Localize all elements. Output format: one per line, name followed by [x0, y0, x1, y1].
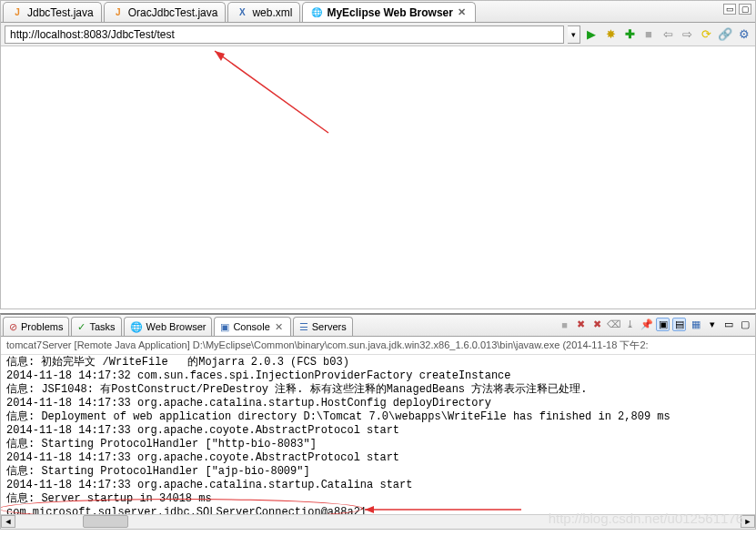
clear-icon[interactable]: ⌫ — [607, 318, 620, 331]
debug-icon[interactable]: ✸ — [603, 27, 618, 42]
minimize-button[interactable]: ▭ — [721, 318, 735, 331]
svg-line-0 — [215, 51, 328, 133]
remove-all-icon[interactable]: ✖ — [574, 318, 588, 331]
annotation-arrow-1 — [55, 46, 374, 147]
annotation-arrow-2 — [358, 499, 539, 514]
tasks-icon: ✓ — [77, 321, 86, 333]
url-dropdown-button[interactable]: ▾ — [568, 25, 580, 44]
browser-toolbar: ▶ ✸ ✚ ■ ⇦ ⇨ ⟳ 🔗 ⚙ — [584, 27, 751, 42]
tab-label: JdbcTest.java — [27, 6, 94, 19]
tab-label: Servers — [312, 321, 347, 332]
console-output[interactable]: 信息: 初始完毕文 /WriteFile 的Mojarra 2.0.3 (FCS… — [1, 355, 755, 514]
editor-area: J JdbcTest.java J OracJdbcTest.java X we… — [0, 0, 756, 309]
scroll-left-button[interactable]: ◄ — [1, 515, 15, 528]
refresh-icon[interactable]: ⟳ — [699, 27, 713, 42]
maximize-button[interactable]: ▢ — [738, 318, 751, 331]
remove-icon[interactable]: ✖ — [590, 318, 604, 331]
show-console-icon[interactable]: ▣ — [656, 318, 670, 331]
browser-content — [1, 46, 755, 308]
editor-window-controls: ▭ ▢ — [723, 4, 751, 15]
maximize-button[interactable]: ▢ — [739, 4, 751, 15]
xml-file-icon: X — [236, 6, 248, 19]
tab-web-browser-bottom[interactable]: 🌐 Web Browser — [124, 317, 213, 336]
console-line: 2014-11-18 14:17:32 com.sun.faces.spi.In… — [6, 369, 511, 382]
tab-oracjdbctest-java[interactable]: J OracJdbcTest.java — [104, 2, 227, 22]
horizontal-scrollbar[interactable]: ◄ ► — [1, 514, 755, 529]
console-line: 信息: Server startup in 34018 ms — [6, 492, 212, 505]
tab-jdbctest-java[interactable]: J JdbcTest.java — [3, 2, 102, 22]
problems-icon: ⊘ — [9, 321, 17, 333]
tab-label: Problems — [21, 321, 63, 332]
console-line: 信息: Starting ProtocolHandler ["http-bio-… — [6, 438, 317, 450]
tab-console[interactable]: ▣ Console ✕ — [214, 317, 290, 336]
settings-icon[interactable]: ⚙ — [737, 27, 751, 42]
console-line: 信息: 初始完毕文 /WriteFile 的Mojarra 2.0.3 (FCS… — [6, 356, 349, 369]
back-icon[interactable]: ⇦ — [660, 27, 675, 42]
java-file-icon: J — [112, 6, 125, 19]
scroll-thumb[interactable] — [83, 515, 128, 528]
console-icon: ▣ — [220, 321, 229, 333]
tab-label: Web Browser — [146, 321, 207, 332]
servers-icon: ☰ — [299, 321, 308, 333]
tab-web-xml[interactable]: X web.xml — [227, 2, 300, 22]
url-bar: ▾ ▶ ✸ ✚ ■ ⇦ ⇨ ⟳ 🔗 ⚙ — [1, 23, 755, 46]
tab-servers[interactable]: ☰ Servers — [293, 317, 353, 336]
bottom-tab-bar: ⊘ Problems ✓ Tasks 🌐 Web Browser ▣ Conso… — [1, 315, 755, 337]
console-line: 2014-11-18 14:17:33 org.apache.coyote.Ab… — [6, 451, 399, 464]
scroll-lock-icon[interactable]: ⤓ — [623, 318, 637, 331]
console-line: 2014-11-18 14:17:33 org.apache.coyote.Ab… — [6, 424, 399, 437]
close-icon[interactable]: ✕ — [457, 7, 468, 18]
svg-marker-1 — [215, 51, 225, 61]
dropdown-icon[interactable]: ▾ — [705, 318, 719, 331]
tab-web-browser[interactable]: 🌐 MyEclipse Web Browser ✕ — [302, 2, 476, 22]
url-input[interactable] — [5, 25, 564, 44]
globe-icon: 🌐 — [310, 6, 323, 19]
forward-icon[interactable]: ⇨ — [680, 27, 694, 42]
tab-label: MyEclipse Web Browser — [327, 6, 453, 19]
close-icon[interactable]: ✕ — [274, 321, 285, 332]
minimize-button[interactable]: ▭ — [723, 4, 736, 15]
globe-icon: 🌐 — [130, 321, 143, 333]
tab-tasks[interactable]: ✓ Tasks — [71, 317, 121, 336]
go-button[interactable]: ▶ — [584, 27, 599, 42]
tab-label: Tasks — [89, 321, 115, 332]
console-process-line: tomcat7Server [Remote Java Application] … — [1, 337, 755, 355]
java-file-icon: J — [11, 6, 24, 19]
console-line: com.microsoft.sqlserver.jdbc.SQLServerCo… — [6, 506, 367, 514]
tab-problems[interactable]: ⊘ Problems — [3, 317, 69, 336]
terminate-icon[interactable]: ■ — [558, 318, 571, 331]
editor-tab-bar: J JdbcTest.java J OracJdbcTest.java X we… — [1, 1, 755, 23]
console-line: 信息: Deployment of web application direct… — [6, 410, 670, 423]
scroll-right-button[interactable]: ► — [741, 515, 755, 528]
console-line: 2014-11-18 14:17:33 org.apache.catalina.… — [6, 479, 412, 491]
open-console-icon[interactable]: ▦ — [689, 318, 702, 331]
console-line: 2014-11-18 14:17:33 org.apache.catalina.… — [6, 397, 491, 410]
pin-icon[interactable]: 📌 — [640, 318, 653, 331]
add-icon[interactable]: ✚ — [622, 27, 637, 42]
console-toolbar: ■ ✖ ✖ ⌫ ⤓ 📌 ▣ ▤ ▦ ▾ ▭ ▢ — [558, 318, 751, 331]
link-icon[interactable]: 🔗 — [718, 27, 732, 42]
tab-label: Console — [233, 321, 269, 332]
console-line: 信息: JSF1048: 有PostConstruct/PreDestroy 注… — [6, 383, 587, 396]
stop-icon[interactable]: ■ — [641, 27, 656, 42]
bottom-panel: ⊘ Problems ✓ Tasks 🌐 Web Browser ▣ Conso… — [0, 313, 756, 530]
tab-label: OracJdbcTest.java — [128, 6, 218, 19]
console-line: 信息: Starting ProtocolHandler ["ajp-bio-8… — [6, 465, 310, 478]
display-selected-icon[interactable]: ▤ — [672, 318, 686, 331]
tab-label: web.xml — [252, 6, 292, 19]
